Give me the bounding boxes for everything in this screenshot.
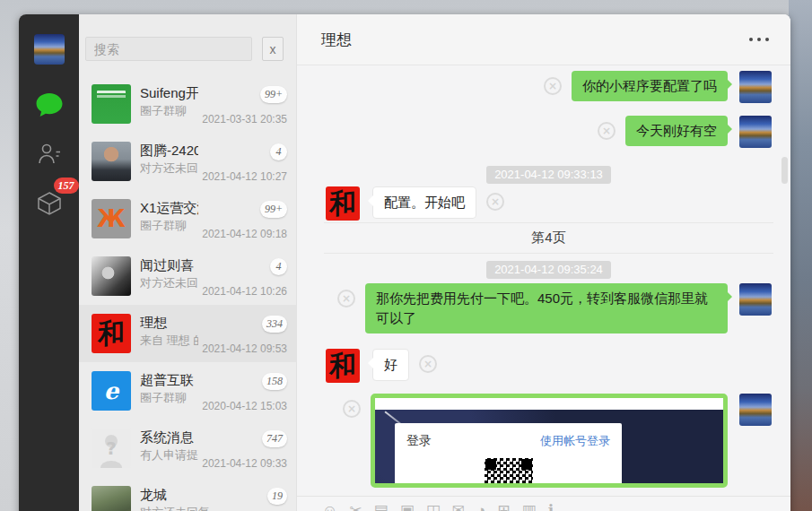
chat-item-chaopu[interactable]: e 超普互联 圈子群聊 158 2020-04-12 15:03 [79, 362, 296, 420]
chat-list: Suifeng开发交... 圈子群聊 99+ 2021-03-31 20:35 … [79, 75, 296, 511]
unread-badge: 747 [262, 430, 287, 447]
input-toolbar: ☺ ✂ ▤ ▣ ◳ ✉ ◔ ⊞ ▥ ℹ [297, 496, 790, 511]
conversation-header: 理想 [297, 14, 790, 65]
file-icon[interactable]: ▣ [400, 502, 415, 511]
desktop-wallpaper [789, 0, 812, 511]
self-avatar[interactable] [739, 116, 772, 148]
send-failed-icon[interactable] [486, 193, 504, 211]
qr-code [485, 458, 533, 483]
chat-subtitle: 对方还未回复 [140, 505, 264, 511]
chat-avatar [92, 256, 131, 296]
self-avatar[interactable] [739, 394, 772, 426]
message-bubble[interactable]: 好 [372, 349, 409, 381]
message-bubble[interactable]: 今天刚好有空 [625, 116, 728, 146]
login-dialog: 登录 使用帐号登录 [395, 423, 622, 483]
screenshot-titlebar [375, 398, 723, 410]
search-input[interactable] [85, 37, 252, 61]
send-failed-icon[interactable] [598, 122, 616, 140]
message-outgoing-image: 登录 使用帐号登录 [326, 394, 772, 488]
peer-avatar[interactable]: 和 [326, 186, 360, 221]
mail-icon[interactable]: ✉ [452, 502, 465, 511]
send-failed-icon[interactable] [337, 290, 355, 307]
conversation-menu-icon[interactable] [747, 32, 771, 47]
chat-avatar [92, 142, 131, 181]
chat-name: 超普互联 [140, 371, 198, 388]
chat-time: 2020-04-12 15:03 [202, 400, 287, 412]
peer-avatar[interactable]: 和 [326, 349, 360, 383]
chat-name: 理想 [140, 314, 198, 331]
chat-avatar [92, 84, 131, 124]
screenshot-icon[interactable]: ✂ [349, 502, 362, 511]
message-bubble[interactable]: 那你先把费用先付一下吧。450元，转到客服微信那里就可以了 [365, 283, 728, 333]
scrollbar-thumb[interactable] [781, 157, 788, 184]
chat-subtitle: 圈子群聊 [140, 390, 198, 405]
user-avatar[interactable] [34, 34, 65, 65]
message-incoming: 和 配置。开始吧 [326, 186, 772, 221]
window-icon[interactable]: ◳ [426, 502, 441, 511]
timestamp: 2021-04-12 09:35:24 [486, 261, 611, 279]
send-failed-icon[interactable] [544, 77, 562, 95]
chat-item-wenguozexi[interactable]: 闻过则喜 对方还未回复... 4 2021-04-12 10:26 [79, 247, 296, 305]
nav-rail: 157 [19, 14, 79, 511]
apps-icon[interactable]: ⊞ [497, 502, 510, 511]
chat-item-lixiang[interactable]: 和 理想 来自 理想 的私信 334 2021-04-12 09:53 [79, 305, 296, 362]
chat-app-window: 157 x Suifeng开发交... 圈子群聊 99+ 2021-03-31 … [19, 14, 790, 511]
info-icon[interactable]: ℹ [548, 502, 554, 511]
chat-subtitle: 有人申请提现了 [140, 447, 198, 463]
unread-total-badge: 157 [54, 178, 79, 194]
send-failed-icon[interactable] [343, 400, 361, 418]
screenshot-body: 登录 使用帐号登录 [375, 410, 723, 483]
chat-time: 2021-03-31 20:35 [202, 113, 287, 126]
chat-time: 2021-04-12 09:18 [202, 228, 287, 240]
history-icon[interactable]: ◔ [476, 502, 485, 511]
message-incoming: 和 好 [326, 349, 772, 383]
unread-badge: 99+ [260, 201, 287, 218]
conversation-title: 理想 [321, 30, 352, 50]
image-icon[interactable]: ▤ [374, 502, 389, 511]
unread-badge: 334 [262, 316, 287, 333]
message-bubble[interactable]: 你的小程序要配置了吗 [572, 71, 728, 101]
timestamp: 2021-04-12 09:33:13 [486, 166, 611, 184]
chat-avatar: Ж [92, 199, 131, 238]
chat-tab-icon[interactable] [35, 92, 64, 118]
image-message[interactable]: 登录 使用帐号登录 [371, 394, 728, 488]
chat-name: 图腾-2420 [140, 142, 198, 159]
contacts-tab-icon[interactable] [36, 141, 63, 168]
account-login-link[interactable]: 使用帐号登录 [540, 433, 610, 449]
chat-subtitle: 来自 理想 的私信 [140, 333, 198, 348]
chat-item-x1[interactable]: Ж X1运营交流 圈子群聊 99+ 2021-04-12 09:18 [79, 190, 296, 247]
search-clear-button[interactable]: x [262, 37, 284, 61]
chat-avatar: e [92, 371, 131, 411]
unread-badge: 158 [262, 373, 287, 390]
chat-subtitle: 圈子群聊 [140, 103, 198, 118]
unread-badge: 19 [267, 488, 287, 505]
message-outgoing: 那你先把费用先付一下吧。450元，转到客服微信那里就可以了 [326, 283, 772, 333]
chat-avatar: ? [92, 429, 131, 468]
plugins-tab[interactable]: 157 [36, 190, 63, 217]
search-row: x [85, 37, 291, 61]
doc-icon[interactable]: ▥ [522, 502, 537, 511]
message-bubble[interactable]: 配置。开始吧 [372, 186, 476, 219]
login-title: 登录 [406, 433, 432, 449]
send-failed-icon[interactable] [419, 355, 437, 373]
chat-item-suifeng[interactable]: Suifeng开发交... 圈子群聊 99+ 2021-03-31 20:35 [79, 75, 296, 133]
chat-subtitle: 对方还未回复... [140, 160, 198, 176]
chat-name: 龙城 [140, 486, 264, 503]
chat-item-tuteng[interactable]: 图腾-2420 对方还未回复... 4 2021-04-12 10:27 [79, 133, 296, 190]
chat-item-system[interactable]: ? 系统消息 有人申请提现了 747 2021-04-12 09:33 [79, 420, 296, 477]
chat-subtitle: 对方还未回复... [140, 275, 198, 290]
message-outgoing: 你的小程序要配置了吗 [326, 71, 772, 103]
cube-icon [36, 190, 63, 217]
unread-badge: 4 [270, 258, 287, 275]
self-avatar[interactable] [739, 283, 772, 316]
chat-name: 系统消息 [140, 429, 198, 446]
timestamp-row: 2021-04-12 09:35:24 [326, 261, 772, 279]
chat-time: 2021-04-12 09:33 [202, 457, 287, 470]
emoji-icon[interactable]: ☺ [322, 502, 337, 511]
self-avatar[interactable] [739, 71, 772, 103]
chat-item-longcheng[interactable]: 龙城 对方还未回复 19 [79, 477, 296, 511]
message-history[interactable]: 你的小程序要配置了吗 今天刚好有空 2021-04-12 09:33:13 和 … [297, 65, 790, 496]
chat-time: 2021-04-12 09:53 [202, 342, 287, 355]
timestamp-row: 2021-04-12 09:33:13 [326, 166, 772, 184]
message-outgoing: 今天刚好有空 [326, 116, 772, 148]
